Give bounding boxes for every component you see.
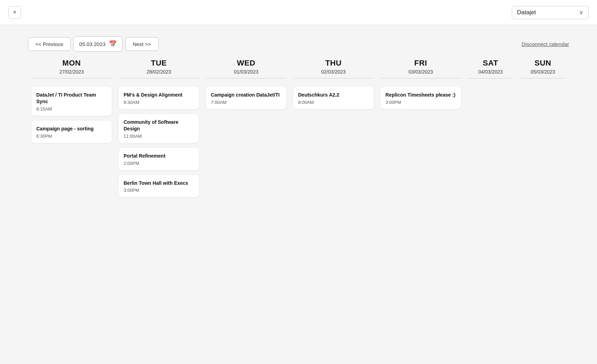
event-card[interactable]: Portal Refinement 2:00PM [119,148,199,170]
next-button[interactable]: Next >> [125,37,159,51]
day-col-thu: Deutschkurs A2.2 8:00AM [290,87,377,109]
day-header-fri: FRI 03/03/2023 [377,59,464,80]
day-col-mon: DataJet / TI Product Team Sync 8:15AM Ca… [28,87,115,143]
day-columns: DataJet / TI Product Team Sync 8:15AM Ca… [28,87,569,197]
event-title: Berlin Town Hall with Execs [124,180,194,187]
event-time: 3:00PM [124,188,194,193]
event-card[interactable]: Deutschkurs A2.2 8:00AM [293,87,374,109]
day-header-mon: MON 27/02/2023 [28,59,115,80]
event-title: DataJet / TI Product Team Sync [36,92,107,105]
day-header-thu: THU 02/03/2023 [290,59,377,80]
day-headers: MON 27/02/2023 TUE 28/02/2023 WED 01/03/… [28,59,569,80]
event-title: Portal Refinement [124,153,194,159]
org-name: Datajet [517,9,536,16]
previous-button[interactable]: << Previous [28,37,71,51]
day-col-wed: Campaign creation DataJet/TI 7:00AM [202,87,290,109]
day-header-sat: SAT 04/03/2023 [464,59,517,80]
event-time: 2:00PM [124,161,194,166]
chevron-down-icon: ∨ [579,9,583,16]
day-date-sun: 05/03/2023 [517,69,569,75]
event-title: Campaign page - sorting [36,126,107,132]
event-time: 8:00AM [298,100,369,105]
event-title: PM's & Design Alignment [124,92,194,98]
event-title: Deutschkurs A2.2 [298,92,369,98]
event-time: 3:00PM [385,100,456,105]
event-card[interactable]: Community of Software Design 11:00AM [119,114,199,143]
day-col-fri: Replicon Timesheets please :) 3:00PM [377,87,464,109]
event-card[interactable]: Campaign creation DataJet/TI 7:00AM [206,87,286,109]
date-display[interactable]: 05.03.2023 📅 [73,36,123,52]
day-date-tue: 28/02/2023 [115,69,202,75]
event-time: 11:00AM [124,134,194,139]
day-date-wed: 01/03/2023 [202,69,290,75]
app-header: × Datajet ∨ [0,0,597,25]
day-name-fri: FRI [377,59,464,68]
event-title: Community of Software Design [124,119,194,132]
day-name-tue: TUE [115,59,202,68]
calendar-icon: 📅 [109,40,117,48]
calendar-toolbar: << Previous 05.03.2023 📅 Next >> Disconn… [0,25,597,59]
event-card[interactable]: Replicon Timesheets please :) 3:00PM [381,87,461,109]
org-selector[interactable]: Datajet ∨ [512,6,589,19]
event-title: Replicon Timesheets please :) [385,92,456,98]
event-card[interactable]: Campaign page - sorting 6:30PM [31,121,112,143]
day-header-tue: TUE 28/02/2023 [115,59,202,80]
event-card[interactable]: Berlin Town Hall with Execs 3:00PM [119,175,199,197]
event-time: 9:30AM [124,100,194,105]
day-date-mon: 27/02/2023 [28,69,115,75]
day-col-tue: PM's & Design Alignment 9:30AM Community… [115,87,202,197]
event-time: 8:15AM [36,106,107,112]
calendar-view: MON 27/02/2023 TUE 28/02/2023 WED 01/03/… [0,59,597,211]
event-time: 6:30PM [36,134,107,139]
event-card[interactable]: PM's & Design Alignment 9:30AM [119,87,199,109]
day-name-thu: THU [290,59,377,68]
day-header-sun: SUN 05/03/2023 [517,59,569,80]
disconnect-calendar-button[interactable]: Disconnect calendar [522,41,569,47]
toolbar-nav: << Previous 05.03.2023 📅 Next >> [28,36,159,52]
current-date: 05.03.2023 [79,41,105,47]
close-button[interactable]: × [8,6,21,19]
event-card[interactable]: DataJet / TI Product Team Sync 8:15AM [31,87,112,116]
day-name-wed: WED [202,59,290,68]
event-time: 7:00AM [211,100,281,105]
event-title: Campaign creation DataJet/TI [211,92,281,98]
day-date-sat: 04/03/2023 [464,69,517,75]
day-name-mon: MON [28,59,115,68]
day-date-fri: 03/03/2023 [377,69,464,75]
day-name-sun: SUN [517,59,569,68]
day-date-thu: 02/03/2023 [290,69,377,75]
day-name-sat: SAT [464,59,517,68]
day-header-wed: WED 01/03/2023 [202,59,290,80]
